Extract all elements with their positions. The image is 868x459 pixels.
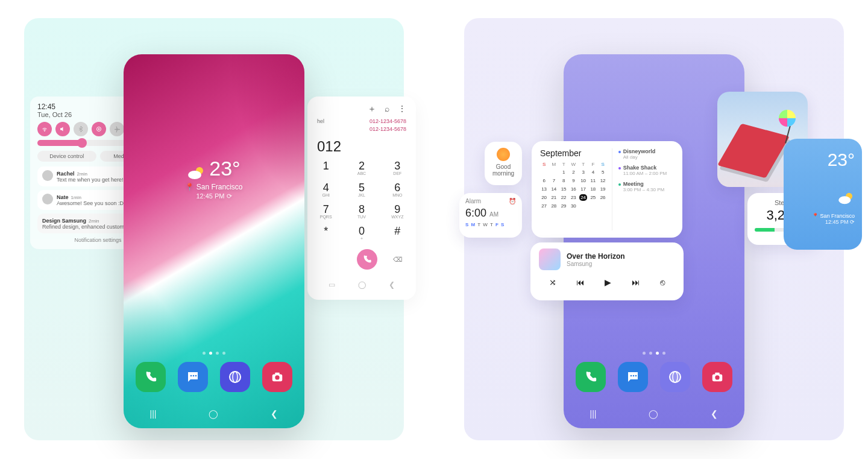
more-icon[interactable]: ⋮: [398, 104, 406, 115]
wifi-toggle[interactable]: [37, 122, 52, 136]
dial-key[interactable]: 4GHI: [317, 182, 335, 197]
nav-home-icon[interactable]: ◯: [209, 409, 218, 419]
nav-recents-icon[interactable]: ▭: [329, 280, 335, 289]
nav-recents-icon[interactable]: |||: [590, 409, 597, 419]
notif-sender: Nate: [57, 194, 69, 200]
add-icon[interactable]: ＋: [368, 104, 376, 115]
dial-key[interactable]: 8TUV: [353, 203, 370, 219]
backspace-icon[interactable]: ⌫: [393, 256, 403, 264]
device-control-chip[interactable]: Device control: [37, 151, 96, 162]
calendar-day[interactable]: 3: [579, 169, 587, 176]
calendar-day[interactable]: 8: [559, 177, 567, 184]
browser-app-icon[interactable]: [660, 362, 690, 392]
airplane-toggle[interactable]: [110, 122, 124, 136]
call-button[interactable]: [357, 249, 377, 270]
calendar-widget[interactable]: September SMTWTFS12345678910111213141516…: [532, 141, 682, 238]
calendar-day[interactable]: 27: [540, 203, 548, 209]
alarm-icon: ⏰: [509, 198, 516, 204]
track-title: Over the Horizon: [567, 252, 625, 261]
nav-home-icon[interactable]: ◯: [358, 280, 366, 289]
next-icon[interactable]: ⏭: [632, 277, 640, 287]
calendar-day[interactable]: 26: [599, 194, 606, 201]
contact-name[interactable]: hel: [317, 118, 324, 124]
dial-key[interactable]: 1: [317, 160, 335, 176]
calendar-day[interactable]: 14: [550, 186, 558, 192]
showcase-right: ||| ◯ ❮ Good morning Alarm⏰ 6:00 AM S M …: [464, 18, 844, 440]
calendar-day[interactable]: 19: [599, 186, 606, 192]
calendar-day[interactable]: 9: [570, 177, 577, 184]
nav-back-icon[interactable]: ❮: [389, 280, 395, 289]
nav-recents-icon[interactable]: |||: [150, 409, 157, 419]
calendar-day[interactable]: 30: [570, 203, 577, 209]
nav-back-icon[interactable]: ❮: [711, 409, 718, 419]
dial-key[interactable]: 7PQRS: [317, 203, 335, 219]
calendar-day[interactable]: 17: [579, 186, 587, 192]
calendar-day[interactable]: 21: [550, 194, 558, 201]
browser-app-icon[interactable]: [220, 362, 250, 392]
calendar-event[interactable]: Shake Shack11:00 AM – 2:00 PM: [618, 165, 674, 176]
calendar-day[interactable]: 6: [540, 177, 548, 184]
time-label: 12:45 PM ⟳: [791, 219, 855, 225]
phone-app-icon[interactable]: [576, 362, 606, 392]
music-widget[interactable]: Over the Horizon Samsung ⤨ ⏮ ▶ ⏭ ⎋: [530, 242, 684, 300]
calendar-day[interactable]: 23: [570, 194, 577, 201]
camera-app-icon[interactable]: [702, 362, 732, 392]
rotate-toggle[interactable]: [92, 122, 106, 136]
calendar-day[interactable]: 22: [559, 194, 567, 201]
messages-app-icon[interactable]: [618, 362, 648, 392]
svg-point-15: [633, 375, 635, 377]
calendar-day[interactable]: 15: [559, 186, 567, 192]
prev-icon[interactable]: ⏮: [576, 277, 585, 287]
location-label: 📍 San Francisco: [124, 183, 304, 191]
calendar-day[interactable]: 2: [570, 169, 577, 176]
alarm-days: S M T W T F S: [465, 222, 516, 227]
bluetooth-toggle[interactable]: [74, 122, 88, 136]
device-icon[interactable]: ⎋: [660, 277, 665, 287]
dial-key[interactable]: *: [317, 225, 335, 241]
search-icon[interactable]: ⌕: [385, 104, 389, 115]
play-icon[interactable]: ▶: [605, 277, 611, 287]
svg-point-16: [635, 375, 637, 377]
dial-key[interactable]: 5JKL: [353, 182, 370, 197]
calendar-day[interactable]: 4: [589, 169, 597, 176]
calendar-day[interactable]: 5: [599, 169, 606, 176]
calendar-day[interactable]: 20: [540, 194, 548, 201]
dial-key[interactable]: 0+: [353, 225, 370, 241]
calendar-event[interactable]: Meeting3:00 PM – 4:30 PM: [618, 181, 674, 192]
svg-rect-22: [715, 373, 719, 375]
dial-key[interactable]: 6MNO: [389, 182, 406, 197]
nav-home-icon[interactable]: ◯: [649, 409, 658, 419]
calendar-day[interactable]: 10: [579, 177, 587, 184]
dial-key[interactable]: 3DEF: [389, 160, 406, 176]
calendar-day[interactable]: 28: [550, 203, 558, 209]
phone-app-icon[interactable]: [136, 362, 166, 392]
svg-point-2: [98, 128, 99, 130]
calendar-day[interactable]: 24: [579, 194, 587, 201]
location-label: 📍 San Francisco: [791, 213, 855, 219]
sound-toggle[interactable]: [55, 122, 70, 136]
camera-app-icon[interactable]: [262, 362, 292, 392]
calendar-event[interactable]: DisneyworldAll day: [618, 148, 674, 160]
calendar-day[interactable]: 25: [589, 194, 597, 201]
weather-icon: [187, 166, 206, 180]
weather-widget[interactable]: 23° 📍 San Francisco 12:45 PM ⟳: [784, 139, 862, 250]
dial-key[interactable]: 9WXYZ: [389, 203, 406, 219]
svg-point-4: [188, 171, 201, 179]
alarm-widget[interactable]: Alarm⏰ 6:00 AM S M T W T F S: [459, 193, 522, 238]
nav-back-icon[interactable]: ❮: [271, 409, 278, 419]
calendar-day[interactable]: 13: [540, 186, 548, 192]
shuffle-icon[interactable]: ⤨: [549, 277, 556, 287]
calendar-day[interactable]: 16: [570, 186, 577, 192]
calendar-day[interactable]: 7: [550, 177, 558, 184]
good-morning-widget[interactable]: Good morning: [485, 142, 522, 185]
calendar-day[interactable]: 18: [589, 186, 597, 192]
dial-key[interactable]: 2ABC: [353, 160, 370, 176]
calendar-day[interactable]: 1: [559, 169, 567, 176]
weather-widget[interactable]: 23° 📍 San Francisco 12:45 PM ⟳: [124, 157, 304, 200]
calendar-day[interactable]: 12: [599, 177, 606, 184]
contact-number: 012-1234-5678: [370, 126, 406, 132]
calendar-day[interactable]: 29: [559, 203, 567, 209]
calendar-day[interactable]: 11: [589, 177, 597, 184]
messages-app-icon[interactable]: [178, 362, 208, 392]
dial-key[interactable]: #: [389, 225, 406, 241]
